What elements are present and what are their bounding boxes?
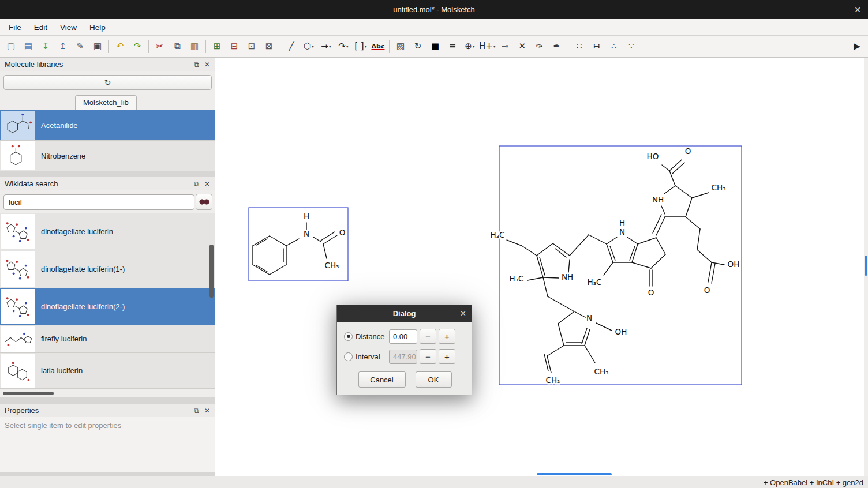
ring-tool[interactable]: ⬡▾ <box>301 39 317 55</box>
atom-label[interactable]: NH <box>562 272 573 281</box>
wikidata-result-item[interactable]: latia luciferin <box>0 353 215 389</box>
bond[interactable] <box>543 277 559 278</box>
bond[interactable] <box>638 238 656 244</box>
bond[interactable] <box>286 239 299 246</box>
bond[interactable] <box>610 246 615 260</box>
distance-value-field[interactable]: 0.00 <box>389 329 417 344</box>
bond[interactable] <box>270 265 286 275</box>
bond[interactable] <box>270 236 286 246</box>
atom-label[interactable]: CH₂ <box>546 376 560 385</box>
bond[interactable] <box>669 160 682 171</box>
wikidata-search-button[interactable] <box>196 194 212 210</box>
bond[interactable] <box>313 237 321 242</box>
float-panel-icon[interactable]: ⧉ <box>194 407 199 415</box>
bond[interactable] <box>596 323 612 331</box>
bracket-tool[interactable]: [ ]▾ <box>353 39 369 55</box>
zoom-out-button[interactable]: ⊟ <box>226 39 242 55</box>
redo-button[interactable]: ↷ <box>129 39 145 55</box>
charge-tool-dropdown[interactable]: ▾ <box>473 44 475 49</box>
export-file-button[interactable]: ↥ <box>55 39 71 55</box>
bond[interactable] <box>575 312 586 318</box>
atom-label[interactable]: H₃C <box>510 274 524 283</box>
reaction-arrow-tool[interactable]: →▾ <box>318 39 334 55</box>
dialog-titlebar[interactable]: Dialog ✕ <box>337 305 472 322</box>
bond[interactable] <box>651 254 665 268</box>
bond[interactable] <box>527 277 543 280</box>
canvas-horizontal-scrollbar[interactable] <box>215 472 868 476</box>
bond[interactable] <box>708 262 712 282</box>
bond[interactable] <box>632 262 651 268</box>
bond[interactable] <box>543 277 548 296</box>
bond[interactable] <box>253 236 270 246</box>
bond[interactable] <box>675 186 692 198</box>
undo-button[interactable]: ↶ <box>112 39 128 55</box>
interval-decrement-button[interactable]: − <box>420 349 436 364</box>
bond[interactable] <box>537 243 553 256</box>
wikidata-result-item[interactable]: dinoflagellate luciferin(1-) <box>0 250 215 288</box>
canvas[interactable]: HNOCH₃HOOCH₃NHHNH₃CNHH₃CH₃COOHONOHCH₃CH₂… <box>215 58 868 476</box>
bond[interactable] <box>585 346 595 363</box>
electron-pair-tool[interactable]: ∷ <box>571 39 588 55</box>
hydrogen-tool[interactable]: H+▾ <box>479 39 496 55</box>
bond[interactable] <box>662 165 669 171</box>
bond[interactable] <box>256 239 267 245</box>
refresh-library-button[interactable]: ↻ <box>3 75 212 90</box>
interval-increment-button[interactable]: + <box>439 349 455 364</box>
atom-label[interactable]: CH₃ <box>712 183 726 192</box>
library-item-acetanilide[interactable]: Acetanilide <box>0 110 215 141</box>
bond[interactable] <box>627 237 638 244</box>
new-file-button[interactable]: ▢ <box>3 39 19 55</box>
bond[interactable] <box>558 324 564 346</box>
distance-increment-button[interactable]: + <box>439 329 455 344</box>
window-close-button[interactable]: ✕ <box>854 0 861 19</box>
menu-edit[interactable]: Edit <box>28 19 54 35</box>
close-panel-icon[interactable]: ✕ <box>204 180 210 188</box>
bond[interactable] <box>712 264 715 283</box>
atom-label[interactable]: H <box>304 212 309 221</box>
bond[interactable] <box>507 240 522 246</box>
wikidata-result-item[interactable]: dinoflagellate luciferin(2-) <box>0 288 215 325</box>
lone-pair-tool[interactable]: ∴ <box>606 39 622 55</box>
open-file-button[interactable]: ▤ <box>20 39 36 55</box>
bond[interactable] <box>686 198 692 217</box>
canvas-vertical-scrollbar[interactable] <box>864 58 868 476</box>
atom-label[interactable]: O <box>648 288 654 297</box>
atom-label[interactable]: H₃C <box>588 277 602 287</box>
bond[interactable] <box>607 244 613 262</box>
edit-file-button[interactable]: ✎ <box>72 39 88 55</box>
delete-tool[interactable]: ✕ <box>514 39 530 55</box>
hatch-tool[interactable]: ▨ <box>392 39 409 55</box>
float-panel-icon[interactable]: ⧉ <box>194 180 199 188</box>
bond[interactable] <box>656 217 665 235</box>
bond[interactable] <box>570 235 589 256</box>
zoom-fit-button[interactable]: ⊠ <box>261 39 277 55</box>
save-as-button[interactable]: ▣ <box>89 39 106 55</box>
bond[interactable] <box>656 238 665 254</box>
library-item-nitrobenzene[interactable]: Nitrobenzene <box>0 141 215 171</box>
wikidata-vertical-scrollbar[interactable] <box>209 245 214 298</box>
bond[interactable] <box>547 346 564 356</box>
text-tool[interactable]: Abc <box>370 39 386 55</box>
atom-label[interactable]: N <box>586 313 592 322</box>
radical-dots-tool[interactable]: ∺ <box>589 39 605 55</box>
ring-tool-dropdown[interactable]: ▾ <box>312 44 314 49</box>
bond[interactable] <box>686 217 700 229</box>
hydrogen-tool-dropdown[interactable]: ▾ <box>493 44 496 49</box>
toolbar-expand-button[interactable]: ▶ <box>849 39 865 55</box>
menu-file[interactable]: File <box>2 19 28 35</box>
atom-label[interactable]: N <box>619 227 625 237</box>
bond[interactable] <box>558 311 574 324</box>
radio-interval[interactable] <box>344 352 353 361</box>
atom-label[interactable]: O <box>704 286 710 295</box>
bond[interactable] <box>653 215 661 233</box>
horizontal-scroll-thumb[interactable] <box>537 473 612 475</box>
close-panel-icon[interactable]: ✕ <box>204 407 210 415</box>
bond[interactable] <box>669 171 675 186</box>
atom-label[interactable]: HO <box>647 152 659 161</box>
bond[interactable] <box>589 235 607 244</box>
atom-label[interactable]: O <box>339 228 346 237</box>
vertical-scroll-thumb[interactable] <box>865 256 867 276</box>
connect-tool[interactable]: ⊸ <box>497 39 513 55</box>
atom-label[interactable]: CH₃ <box>325 261 339 270</box>
bond[interactable] <box>323 244 327 258</box>
